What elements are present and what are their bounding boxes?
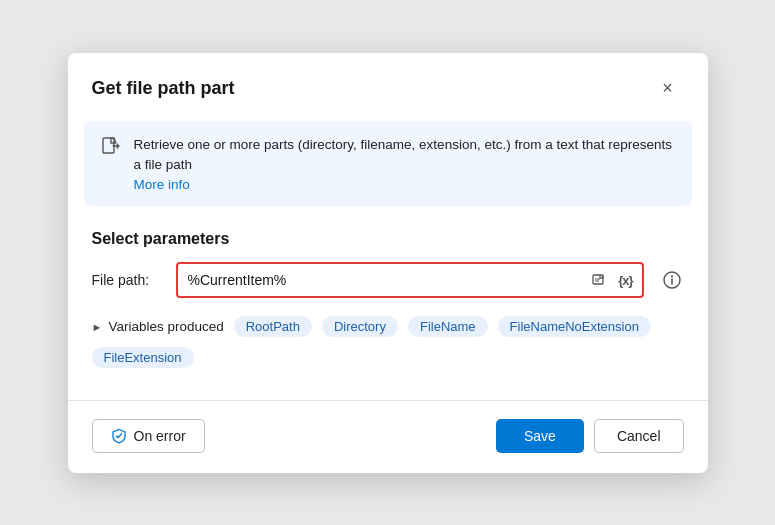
variable-tag-filename: FileName <box>408 316 488 337</box>
dialog: Get file path part × Retrieve one or mor… <box>68 53 708 473</box>
save-button[interactable]: Save <box>496 419 584 453</box>
variables-produced-row: ► Variables produced RootPath Directory … <box>68 316 708 368</box>
document-icon <box>100 136 122 163</box>
file-path-input-wrapper: {x} <box>176 262 644 298</box>
dialog-title: Get file path part <box>92 78 235 99</box>
variable-selector-icon[interactable]: {x} <box>615 271 635 290</box>
curly-braces-icon: {x} <box>618 273 632 288</box>
close-button[interactable]: × <box>652 73 684 105</box>
dialog-footer: On error Save Cancel <box>68 400 708 473</box>
variable-tag-directory: Directory <box>322 316 398 337</box>
info-banner-text: Retrieve one or more parts (directory, f… <box>134 137 672 172</box>
chevron-right-icon[interactable]: ► <box>92 321 103 333</box>
on-error-button[interactable]: On error <box>92 419 205 453</box>
input-icon-group: {x} <box>589 270 635 290</box>
shield-icon <box>111 428 127 444</box>
info-banner-content: Retrieve one or more parts (directory, f… <box>134 135 676 193</box>
dialog-header: Get file path part × <box>68 53 708 121</box>
info-button[interactable] <box>660 269 684 291</box>
file-path-input[interactable] <box>188 272 590 288</box>
variables-produced-label: Variables produced <box>108 319 223 334</box>
footer-right: Save Cancel <box>496 419 684 453</box>
file-selector-icon[interactable] <box>589 270 611 290</box>
svg-rect-0 <box>103 138 114 153</box>
file-path-row: File path: {x} <box>68 262 708 298</box>
variable-tag-rootpath: RootPath <box>234 316 312 337</box>
variables-produced-left: ► Variables produced <box>92 319 224 334</box>
section-title: Select parameters <box>68 222 708 262</box>
info-banner: Retrieve one or more parts (directory, f… <box>84 121 692 207</box>
variable-tag-fileextension: FileExtension <box>92 347 194 368</box>
on-error-label: On error <box>134 428 186 444</box>
svg-point-9 <box>671 276 673 278</box>
variable-tag-filenamenoext: FileNameNoExtension <box>498 316 651 337</box>
file-path-label: File path: <box>92 272 164 288</box>
cancel-button[interactable]: Cancel <box>594 419 684 453</box>
more-info-link[interactable]: More info <box>134 177 676 192</box>
